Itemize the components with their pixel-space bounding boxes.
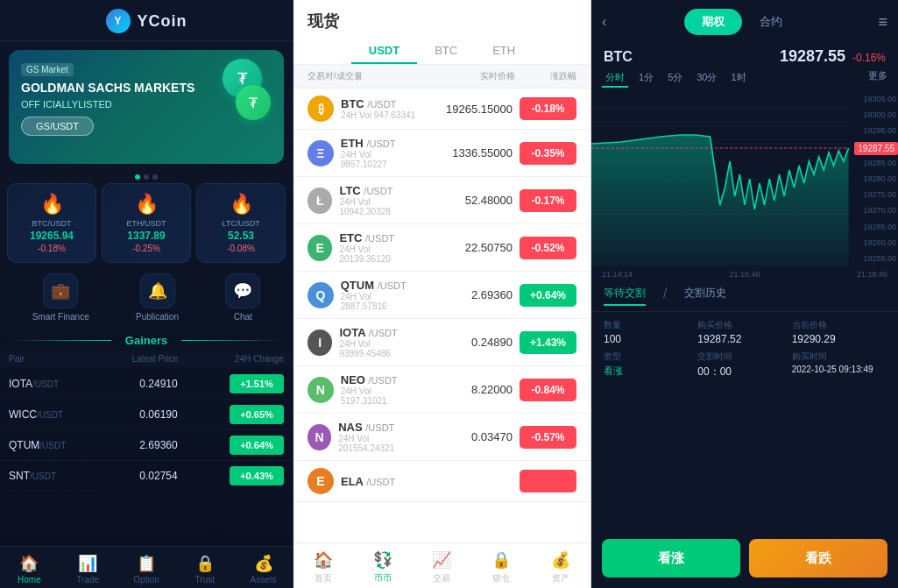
p2-lock-icon: 🔒 [491,550,511,570]
orders-tab-history[interactable]: 交割历史 [684,286,726,306]
tab-options[interactable]: 期权 [684,9,742,35]
list-item[interactable]: N NEO /USDT 24H Vol 5197.31021 8.22000 -… [293,366,590,414]
field-label-type: 类型 [604,351,697,363]
eth-text: ETH /USDT 24H Vol 9857.10227 [341,137,420,169]
price-label-8: 19265.00 [863,223,896,231]
list-item[interactable]: Ξ ETH /USDT 24H Vol 9857.10227 1336.5500… [293,130,590,177]
p2-footer-lock[interactable]: 🔒 锁仓 [471,550,531,584]
banner-tag: GS Market [21,63,74,76]
orders-tab-pending[interactable]: 等待交割 [604,286,646,306]
row-badge-iota: +1.51% [230,374,284,393]
dot-1 [135,174,140,180]
col-change-pct: 涨跌幅 [515,70,576,82]
gainers-line-left [9,340,111,341]
time-label-1: 21:15:46 [729,270,760,279]
panel2-list: ₿ BTC /USDT 24H Vol 947.63341 19265.1500… [293,89,590,542]
btn-rise[interactable]: 看涨 [602,539,740,577]
ltc-change: -0.08% [204,244,278,253]
row-price-wicc: 0.06190 [88,408,230,421]
time-label-0: 21:14:14 [602,270,633,279]
p3-bottom-buttons: 看涨 看跌 [602,539,887,577]
table-row[interactable]: QTUM/USDT 2.69360 +0.64% [0,430,293,461]
tab-eth[interactable]: ETH [475,39,533,64]
crypto-card-eth[interactable]: 🔥 ETH/USDT 1337.89 -0.25% [102,183,191,263]
row-price-qtum: 2.69360 [88,439,230,451]
crypto-grid: 🔥 BTC/USDT 19265.94 -0.18% 🔥 ETH/USDT 13… [0,183,293,263]
back-button[interactable]: ‹ [602,14,606,30]
list-item[interactable]: N NAS /USDT 24H Vol 201554.24321 0.03470… [293,414,590,461]
order-field-cur-price: 当前价格 19290.29 [792,319,886,345]
gainers-line-right [181,340,284,341]
price-label-2: 19295.00 [863,126,896,135]
action-chat[interactable]: 💬 Chat [225,273,260,322]
action-smart-finance[interactable]: 💼 Smart Finance [32,273,89,322]
footer-trade-label: Trade [76,575,99,584]
time-tab-1m[interactable]: 1分 [635,69,657,88]
time-tab-30m[interactable]: 30分 [693,69,720,88]
footer-option[interactable]: 📋 Option [117,554,176,584]
iota-logo: I [308,329,332,356]
list-item[interactable]: E ELA /USDT [293,461,590,502]
menu-icon[interactable]: ≡ [878,13,887,32]
list-item[interactable]: E ETC /USDT 24H Vol 20139.36120 22.50750… [293,224,590,272]
crypto-card-ltc[interactable]: 🔥 LTC/USDT 52.53 -0.08% [196,183,286,263]
field-val-buy-price: 19287.52 [697,333,791,345]
qtum-name: QTUM /USDT [341,279,420,292]
footer-trust[interactable]: 🔒 Trust [175,554,234,584]
p2-trade-icon: 📈 [432,550,451,570]
dot-2 [144,174,149,180]
price-label-0: 19305.00 [863,95,896,103]
footer-home[interactable]: 🏠 Home [0,554,59,584]
col-price: Latest Price [88,354,223,364]
field-val-settle: 00：00 [697,365,791,379]
footer-trade[interactable]: 📊 Trade [59,554,117,584]
tab-usdt[interactable]: USDT [351,39,417,64]
coin-info-nas: N NAS /USDT 24H Vol 201554.24321 [308,421,420,453]
iota-name: IOTA /USDT [339,326,419,339]
col-trading-pair: 交易对/成交量 [308,70,421,82]
p3-symbol: BTC [604,49,633,65]
p2-footer-home[interactable]: 🏠 首页 [293,550,353,584]
list-item[interactable]: Q QTUM /USDT 24H Vol 2887.57816 2.69360 … [293,272,590,319]
coin-info-qtum: Q QTUM /USDT 24H Vol 2887.57816 [308,279,420,311]
table-row[interactable]: WICC/USDT 0.06190 +0.65% [0,400,293,430]
table-row[interactable]: IOTA/USDT 0.24910 +1.51% [0,369,293,400]
panel-ycoin: Y YCoin GS Market GOLDMAN SACHS MARKETS … [0,0,293,588]
time-tab-more[interactable]: 更多 [868,69,887,88]
quick-actions: 💼 Smart Finance 🔔 Publication 💬 Chat [0,268,293,327]
btn-fall[interactable]: 看跌 [749,539,887,577]
list-item[interactable]: I IOTA /USDT 24H Vol 93999.45486 0.24890… [293,319,590,366]
panel-options: ‹ 期权 合约 ≡ BTC 19287.55 -0.16% 分时 1分 5分 3… [591,0,898,588]
footer-assets[interactable]: 💰 Assets [234,554,293,584]
p2-footer-assets[interactable]: 💰 资产 [531,550,590,584]
p2-footer-coin-label: 币币 [374,572,392,584]
tab-contract[interactable]: 合约 [742,9,800,35]
p2-coin-icon: 💱 [373,550,392,570]
time-tab-1h[interactable]: 1时 [728,69,750,88]
banner[interactable]: GS Market GOLDMAN SACHS MARKETS OFF ICIA… [9,50,284,164]
nas-text: NAS /USDT 24H Vol 201554.24321 [338,421,419,453]
p2-footer-trade[interactable]: 📈 交易 [413,550,472,584]
orders-tab-sep: / [663,286,667,306]
nas-logo: N [308,424,331,450]
tab-btc[interactable]: BTC [417,39,475,64]
btc-name: BTC /USDT [341,97,415,110]
action-publication[interactable]: 🔔 Publication [136,273,179,322]
trust-icon: 🔒 [195,554,215,573]
etc-price: 22.50750 [420,241,513,254]
time-tab-5m[interactable]: 5分 [664,69,686,88]
panel3-header: ‹ 期权 合约 ≡ [591,0,898,44]
btc-change: -0.18% [15,244,88,253]
list-item[interactable]: Ł LTC /USDT 24H Vol 10942.30328 52.48000… [293,177,590,224]
coin-info-etc: E ETC /USDT 24H Vol 20139.36120 [308,231,420,264]
time-tab-tick[interactable]: 分时 [602,69,628,88]
panel2-tabs: USDT BTC ETH [308,39,576,64]
banner-button[interactable]: GS/USDT [21,117,94,136]
chat-icon: 💬 [225,273,260,308]
table-row[interactable]: SNT/USDT 0.02754 +0.43% [0,461,293,492]
ltc-price: 52.48000 [420,194,513,207]
smart-finance-label: Smart Finance [32,312,89,322]
p2-footer-coin[interactable]: 💱 币币 [353,550,413,584]
list-item[interactable]: ₿ BTC /USDT 24H Vol 947.63341 19265.1500… [293,89,590,130]
crypto-card-btc[interactable]: 🔥 BTC/USDT 19265.94 -0.18% [7,183,96,263]
